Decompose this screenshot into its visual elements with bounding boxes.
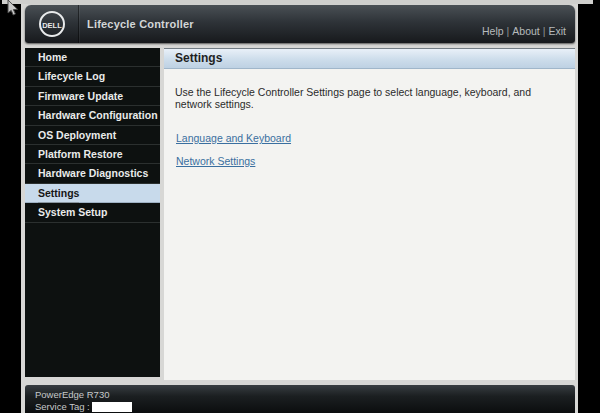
- exit-link[interactable]: Exit: [548, 25, 566, 37]
- sidebar-item-home[interactable]: Home: [25, 48, 160, 67]
- sidebar-item-hardware-configuration[interactable]: Hardware Configuration: [25, 106, 160, 125]
- title-bar-divider: [78, 5, 79, 43]
- sidebar-item-settings[interactable]: Settings: [25, 184, 160, 203]
- dell-logo-text: DELL: [42, 21, 62, 30]
- links-divider: |: [507, 25, 510, 37]
- settings-links: Language and Keyboard Network Settings: [176, 132, 575, 167]
- page-title: Settings: [164, 49, 575, 69]
- sidebar-item-os-deployment[interactable]: OS Deployment: [25, 126, 160, 145]
- main-panel: Settings Use the Lifecycle Controller Se…: [164, 48, 575, 380]
- sidebar-item-platform-restore[interactable]: Platform Restore: [25, 145, 160, 164]
- service-tag-line: Service Tag :: [35, 401, 132, 412]
- service-tag-label: Service Tag :: [35, 401, 90, 412]
- sidebar-nav: Home Lifecycle Log Firmware Update Hardw…: [25, 48, 160, 377]
- service-tag-redacted-value: [92, 402, 132, 412]
- title-bar: DELL Lifecycle Controller Help|About|Exi…: [25, 5, 575, 43]
- links-divider: |: [543, 25, 546, 37]
- screen: { "window": { "brand": "DELL", "app_titl…: [0, 0, 600, 413]
- title-bar-links: Help|About|Exit: [482, 25, 566, 37]
- network-settings-link[interactable]: Network Settings: [176, 155, 255, 167]
- sidebar-item-hardware-diagnostics[interactable]: Hardware Diagnostics: [25, 164, 160, 183]
- lifecycle-controller-window: DELL Lifecycle Controller Help|About|Exi…: [21, 4, 578, 413]
- help-link[interactable]: Help: [482, 25, 504, 37]
- status-bar: PowerEdge R730 Service Tag :: [25, 385, 575, 413]
- sidebar-item-lifecycle-log[interactable]: Lifecycle Log: [25, 67, 160, 86]
- server-model: PowerEdge R730: [35, 389, 109, 400]
- page-description: Use the Lifecycle Controller Settings pa…: [175, 86, 565, 110]
- app-title: Lifecycle Controller: [87, 18, 194, 30]
- language-and-keyboard-link[interactable]: Language and Keyboard: [176, 132, 291, 144]
- about-link[interactable]: About: [512, 25, 539, 37]
- sidebar-item-firmware-update[interactable]: Firmware Update: [25, 87, 160, 106]
- sidebar-item-system-setup[interactable]: System Setup: [25, 203, 160, 222]
- dell-logo-icon: DELL: [38, 10, 66, 38]
